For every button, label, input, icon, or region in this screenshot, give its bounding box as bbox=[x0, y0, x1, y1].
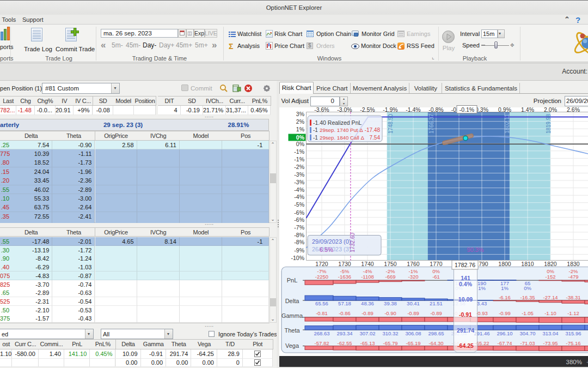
svg-text:-1: -1 bbox=[313, 127, 318, 133]
svg-text:141: 141 bbox=[461, 275, 470, 281]
svg-text:298.65: 298.65 bbox=[428, 330, 444, 336]
svg-text:-0.1%: -0.1% bbox=[460, 106, 474, 113]
svg-text:-6%: -6% bbox=[294, 209, 304, 216]
svg-text:-61: -61 bbox=[432, 274, 440, 280]
svg-text:39.38: 39.38 bbox=[384, 300, 397, 306]
svg-text:1819.98: 1819.98 bbox=[546, 113, 552, 134]
svg-text:-479: -479 bbox=[568, 274, 578, 280]
svg-text:-10%: -10% bbox=[291, 255, 304, 261]
svg-text:1820: 1820 bbox=[544, 261, 557, 267]
svg-text:29/09/2023 (0): 29/09/2023 (0) bbox=[312, 238, 351, 245]
svg-text:291.74: 291.74 bbox=[457, 327, 474, 334]
svg-text:304.70: 304.70 bbox=[519, 330, 535, 336]
svg-text:-75.16: -75.16 bbox=[566, 340, 581, 346]
svg-text:-6%: -6% bbox=[294, 216, 304, 223]
svg-text:380%: 380% bbox=[566, 359, 582, 365]
svg-text:-71.03: -71.03 bbox=[520, 340, 535, 346]
svg-text:1830: 1830 bbox=[567, 261, 580, 267]
svg-text:-2.5%: -2.5% bbox=[360, 106, 375, 113]
svg-text:0.4%: 0.4% bbox=[459, 281, 473, 287]
svg-text:1%: 1% bbox=[296, 126, 304, 132]
svg-text:-16.35: -16.35 bbox=[520, 294, 535, 300]
svg-text:-1.9%: -1.9% bbox=[383, 106, 397, 113]
svg-text:-0.81: -0.81 bbox=[316, 310, 328, 316]
svg-text:-152: -152 bbox=[545, 274, 555, 280]
svg-text:-73.95: -73.95 bbox=[543, 340, 558, 346]
svg-text:-6.16: -6.16 bbox=[499, 294, 511, 300]
svg-text:1%: 1% bbox=[501, 285, 509, 291]
svg-text:307.02: 307.02 bbox=[359, 330, 375, 336]
svg-text:-7%: -7% bbox=[294, 224, 304, 231]
svg-text:PnL: PnL bbox=[287, 277, 298, 283]
svg-text:Theta: Theta bbox=[284, 327, 300, 334]
svg-text:1720: 1720 bbox=[315, 261, 328, 267]
svg-text:65.56: 65.56 bbox=[315, 300, 328, 306]
svg-text:-0.86: -0.86 bbox=[339, 310, 351, 316]
svg-text:-320: -320 bbox=[408, 274, 418, 280]
svg-text:1800: 1800 bbox=[498, 261, 511, 267]
svg-text:1766.37: 1766.37 bbox=[428, 113, 434, 134]
svg-text:7.54: 7.54 bbox=[370, 135, 381, 141]
svg-text:1748.50: 1748.50 bbox=[388, 113, 394, 134]
svg-text:-65.19: -65.19 bbox=[406, 340, 421, 346]
svg-text:48.36: 48.36 bbox=[361, 300, 374, 306]
svg-text:-0.8%: -0.8% bbox=[428, 106, 443, 113]
svg-text:Gamma: Gamma bbox=[281, 312, 303, 319]
svg-text:1760: 1760 bbox=[407, 261, 420, 267]
svg-text:-0.89: -0.89 bbox=[430, 310, 442, 316]
svg-text:-65.79: -65.79 bbox=[383, 340, 398, 346]
svg-text:0.9%: 0.9% bbox=[498, 106, 511, 113]
svg-text:-8%: -8% bbox=[294, 232, 304, 238]
svg-text:90.3%: 90.3% bbox=[467, 246, 483, 253]
svg-text:-64.25: -64.25 bbox=[457, 342, 474, 349]
svg-text:-9%: -9% bbox=[294, 247, 304, 254]
svg-text:-17.48: -17.48 bbox=[365, 127, 381, 133]
svg-text:1782.76: 1782.76 bbox=[455, 262, 475, 268]
svg-text:-62.55: -62.55 bbox=[338, 340, 352, 346]
svg-text:-2%: -2% bbox=[294, 164, 304, 170]
svg-text:-1.40 Realized PnL: -1.40 Realized PnL bbox=[313, 119, 362, 126]
svg-text:-1636: -1636 bbox=[338, 274, 351, 280]
svg-text:1802.11: 1802.11 bbox=[504, 114, 510, 134]
svg-text:57.18: 57.18 bbox=[338, 300, 351, 306]
svg-text:315.96: 315.96 bbox=[565, 330, 581, 336]
svg-text:-4%: -4% bbox=[294, 186, 304, 193]
svg-text:6.5%: 6.5% bbox=[320, 246, 333, 253]
svg-text:-0.91: -0.91 bbox=[459, 311, 472, 318]
svg-text:0%: 0% bbox=[296, 134, 305, 141]
svg-text:0.3%: 0.3% bbox=[475, 106, 488, 113]
svg-text:-57.82: -57.82 bbox=[315, 340, 329, 346]
svg-text:1810: 1810 bbox=[521, 261, 534, 267]
svg-text:3.43: 3.43 bbox=[477, 300, 487, 306]
svg-text:1%: 1% bbox=[478, 285, 486, 291]
svg-text:0%: 0% bbox=[296, 141, 304, 147]
svg-text:-0.89: -0.89 bbox=[407, 310, 419, 316]
svg-text:-1.4%: -1.4% bbox=[406, 106, 420, 113]
svg-text:1732.60: 1732.60 bbox=[350, 232, 356, 252]
svg-text:-8%: -8% bbox=[294, 239, 304, 245]
svg-text:-1108: -1108 bbox=[361, 274, 374, 280]
svg-text:-1%: -1% bbox=[294, 148, 304, 155]
svg-text:0%: 0% bbox=[524, 285, 531, 291]
svg-text:-3%: -3% bbox=[294, 171, 304, 178]
svg-text:3%: 3% bbox=[296, 111, 304, 117]
svg-text:-1.05: -1.05 bbox=[522, 310, 534, 316]
svg-text:-0.93: -0.93 bbox=[476, 310, 488, 316]
svg-text:29sep. 1840 Call Δ: 29sep. 1840 Call Δ bbox=[320, 135, 364, 141]
svg-text:Vega: Vega bbox=[285, 342, 299, 349]
svg-text:-1%: -1% bbox=[294, 156, 304, 162]
svg-text:296.10: 296.10 bbox=[497, 330, 512, 336]
svg-text:-4%: -4% bbox=[294, 194, 304, 200]
svg-text:2.6%: 2.6% bbox=[567, 106, 580, 113]
svg-text:-0.90: -0.90 bbox=[384, 310, 396, 316]
svg-text:29sep. 1740 Put Δ: 29sep. 1740 Put Δ bbox=[320, 127, 363, 133]
svg-text:-38.31: -38.31 bbox=[566, 294, 581, 300]
svg-text:-1.12: -1.12 bbox=[567, 310, 579, 316]
svg-text:1740: 1740 bbox=[361, 261, 374, 267]
svg-text:293.34: 293.34 bbox=[336, 330, 352, 336]
svg-text:2.0%: 2.0% bbox=[544, 106, 557, 113]
svg-text:306.08: 306.08 bbox=[405, 330, 421, 336]
svg-text:-1.10: -1.10 bbox=[544, 310, 556, 316]
svg-text:-2250: -2250 bbox=[315, 274, 328, 280]
svg-text:-27.14: -27.14 bbox=[543, 294, 558, 300]
